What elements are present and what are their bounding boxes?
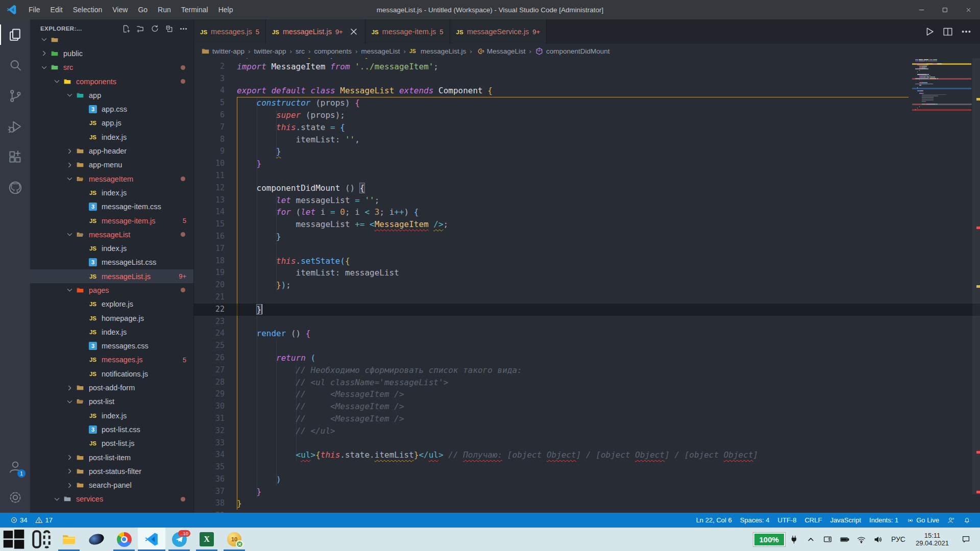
line-number[interactable]: 35 xyxy=(194,461,225,473)
menu-edit[interactable]: Edit xyxy=(45,0,68,19)
status-encoding[interactable]: UTF-8 xyxy=(774,516,801,524)
code-line-34[interactable]: 34 <ul>{this.state.itemList}</ul> // Пол… xyxy=(194,449,980,461)
tree-item-index.js[interactable]: JSindex.js xyxy=(30,325,193,339)
menu-terminal[interactable]: Terminal xyxy=(176,0,213,19)
split-editor-button[interactable] xyxy=(942,26,953,37)
file-tree[interactable]: publicsrccomponentsapp3app.cssJSapp.jsJS… xyxy=(30,38,193,513)
extensions-activity-item[interactable] xyxy=(0,142,30,172)
wifi-icon[interactable] xyxy=(853,535,869,544)
code-line-35[interactable]: 35 xyxy=(194,461,980,473)
line-number[interactable]: 18 xyxy=(194,255,225,267)
code-line-17[interactable]: 17 xyxy=(194,243,980,255)
line-number[interactable]: 39 xyxy=(194,510,225,513)
line-number[interactable]: 27 xyxy=(194,364,225,377)
code-line-3[interactable]: 3 xyxy=(194,73,980,85)
breadcrumb-item-messageList.js[interactable]: JSmessageList.js xyxy=(408,47,467,56)
code-line-19[interactable]: 19 itemList: messageList xyxy=(194,267,980,279)
tree-item-app.css[interactable]: 3app.css xyxy=(30,102,193,116)
line-number[interactable]: 5 xyxy=(194,97,225,109)
status-go-live[interactable]: Go Live xyxy=(902,516,943,524)
battery-percent-widget[interactable]: 100% xyxy=(753,533,785,546)
maximize-button[interactable] xyxy=(933,0,957,19)
minimize-button[interactable] xyxy=(910,0,933,19)
tree-item-explore.js[interactable]: JSexplore.js xyxy=(30,297,193,311)
tree-item-message-item.css[interactable]: 3message-item.css xyxy=(30,200,193,214)
taskbar-app-vscode[interactable] xyxy=(138,528,165,551)
code-line-6[interactable]: 6 super (props); xyxy=(194,109,980,121)
line-number[interactable]: 17 xyxy=(194,243,225,255)
start-button[interactable] xyxy=(0,528,28,551)
code-line-38[interactable]: 38} xyxy=(194,497,980,510)
tree-item-messageItem[interactable]: messageItem xyxy=(30,172,193,186)
taskbar-app-chrome[interactable] xyxy=(110,528,138,551)
tree-item-app-menu[interactable]: app-menu xyxy=(30,158,193,172)
breadcrumb-item-messageList[interactable]: messageList xyxy=(360,47,401,55)
menu-view[interactable]: View xyxy=(107,0,133,19)
tree-item-messages.js[interactable]: JSmessages.js5 xyxy=(30,353,193,367)
line-number[interactable]: 21 xyxy=(194,291,225,304)
line-number[interactable]: 7 xyxy=(194,121,225,134)
hidden-icons-chevron[interactable] xyxy=(803,535,819,544)
line-number[interactable]: 14 xyxy=(194,206,225,218)
line-number[interactable]: 25 xyxy=(194,340,225,352)
line-number[interactable]: 12 xyxy=(194,182,225,194)
breadcrumb-item-twitter-app[interactable]: twitter-app xyxy=(253,47,287,55)
search-activity-item[interactable] xyxy=(0,50,30,81)
code-line-37[interactable]: 37 } xyxy=(194,486,980,498)
more-actions-icon[interactable] xyxy=(177,22,189,35)
tab-messages.js[interactable]: JSmessages.js5 xyxy=(194,19,266,44)
line-number[interactable]: 28 xyxy=(194,377,225,389)
breadcrumb-item-twitter-app[interactable]: twitter-app xyxy=(200,47,246,56)
new-folder-icon[interactable] xyxy=(134,22,146,35)
code-editor[interactable]: 1import React, { Component } from 'react… xyxy=(194,58,980,513)
line-number[interactable]: 22 xyxy=(194,304,225,316)
code-line-20[interactable]: 20 }); xyxy=(194,279,980,291)
close-tab-icon[interactable] xyxy=(349,27,359,37)
line-number[interactable]: 3 xyxy=(194,73,225,85)
line-number[interactable]: 8 xyxy=(194,134,225,146)
breadcrumb-item-src[interactable]: src xyxy=(295,47,306,55)
files-activity-item[interactable] xyxy=(0,19,30,50)
taskbar-app-ten-coin-app[interactable]: 10✕ xyxy=(220,528,248,551)
refresh-icon[interactable] xyxy=(149,22,161,35)
breadcrumb-item-MessageList[interactable]: MessageList xyxy=(475,47,527,56)
status-indents[interactable]: Indents: 1 xyxy=(865,516,902,524)
tree-item-homepage.js[interactable]: JShomepage.js xyxy=(30,311,193,325)
new-file-icon[interactable] xyxy=(120,22,132,35)
tree-item-messageList.css[interactable]: 3messageList.css xyxy=(30,256,193,269)
line-number[interactable]: 38 xyxy=(194,497,225,510)
code-line-14[interactable]: 14 for (let i = 0; i < 3; i++) { xyxy=(194,206,980,218)
tree-item-post-list.css[interactable]: 3post-list.css xyxy=(30,422,193,436)
tree-item-clipped[interactable] xyxy=(30,38,193,46)
github-activity-item[interactable] xyxy=(0,172,30,203)
code-line-8[interactable]: 8 itemList: '', xyxy=(194,134,980,146)
tree-item-app.js[interactable]: JSapp.js xyxy=(30,116,193,130)
clock[interactable]: 15:1129.04.2021 xyxy=(911,532,954,547)
line-number[interactable]: 23 xyxy=(194,316,225,328)
tree-item-components[interactable]: components xyxy=(30,74,193,88)
tree-item-messages.css[interactable]: 3messages.css xyxy=(30,339,193,353)
line-number[interactable]: 34 xyxy=(194,449,225,461)
code-line-26[interactable]: 26 return ( xyxy=(194,352,980,364)
close-button[interactable] xyxy=(957,0,980,19)
code-line-29[interactable]: 29 // <MessageItem /> xyxy=(194,388,980,400)
line-number[interactable]: 10 xyxy=(194,158,225,170)
run-debug-activity-item[interactable] xyxy=(0,111,30,142)
line-number[interactable]: 4 xyxy=(194,85,225,97)
code-line-7[interactable]: 7 this.state = { xyxy=(194,121,980,134)
tree-item-messageList.js[interactable]: JSmessageList.js9+ xyxy=(30,269,193,283)
status-notifications[interactable] xyxy=(959,516,975,524)
code-line-4[interactable]: 4export default class MessageList extend… xyxy=(194,85,980,97)
code-line-24[interactable]: 24 render () { xyxy=(194,328,980,340)
code-line-23[interactable]: 23 xyxy=(194,316,980,328)
line-number[interactable]: 2 xyxy=(194,61,225,73)
line-number[interactable]: 11 xyxy=(194,170,225,182)
code-line-16[interactable]: 16 } xyxy=(194,231,980,243)
power-plug-icon[interactable] xyxy=(786,535,802,544)
tab-message-item.js[interactable]: JSmessage-item.js5 xyxy=(365,19,450,44)
code-line-15[interactable]: 15 messageList += <MessageItem />; xyxy=(194,218,980,231)
tree-item-post-status-filter[interactable]: post-status-filter xyxy=(30,464,193,478)
line-number[interactable]: 24 xyxy=(194,328,225,340)
code-line-28[interactable]: 28 // <ul className='messageList'> xyxy=(194,377,980,389)
line-number[interactable]: 26 xyxy=(194,352,225,364)
